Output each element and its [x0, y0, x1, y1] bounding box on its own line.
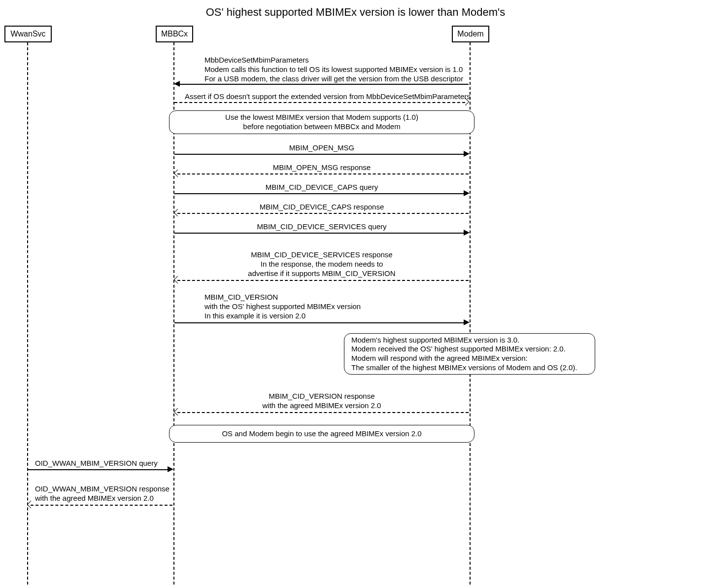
- diagram-title: OS' highest supported MBIMEx version is …: [0, 6, 711, 19]
- arrow-m6: [177, 213, 469, 214]
- note-3: OS and Modem begin to use the agreed MBI…: [169, 425, 474, 443]
- label-m3: MBIM_OPEN_MSG: [174, 143, 469, 153]
- note-1: Use the lowest MBIMEx version that Modem…: [169, 110, 474, 134]
- arrowhead-m1: [174, 81, 180, 87]
- arrow-m9: [174, 322, 467, 323]
- label-m1: MbbDeviceSetMbimParameters Modem calls t…: [204, 56, 463, 83]
- arrowhead-m9: [464, 319, 470, 325]
- label-m4: MBIM_OPEN_MSG response: [174, 163, 469, 173]
- label-m5: MBIM_CID_DEVICE_CAPS query: [174, 183, 469, 192]
- label-m10: MBIM_CID_VERSION response with the agree…: [174, 392, 469, 411]
- label-m12: OID_WWAN_MBIM_VERSION response with the …: [35, 484, 169, 503]
- label-m8: MBIM_CID_DEVICE_SERVICES response In the…: [174, 250, 469, 278]
- arrow-m4: [177, 173, 469, 174]
- arrowhead-m5: [464, 190, 470, 196]
- actor-mbbcx: MBBCx: [156, 26, 193, 42]
- arrow-m3: [174, 154, 467, 155]
- label-m7: MBIM_CID_DEVICE_SERVICES query: [174, 222, 469, 232]
- arrow-m10: [177, 412, 469, 413]
- arrow-m7: [174, 233, 467, 234]
- label-m2: Assert if OS doesn't support the extende…: [185, 92, 471, 102]
- arrow-m8: [177, 280, 469, 281]
- arrowhead-m12: [27, 501, 35, 509]
- arrowhead-m7: [464, 230, 470, 236]
- arrowhead-m3: [464, 151, 470, 157]
- actor-wwansvc: WwanSvc: [4, 26, 52, 42]
- arrowhead-m11: [168, 466, 173, 472]
- arrow-m12: [31, 505, 172, 506]
- arrow-m5: [174, 193, 467, 194]
- label-m6: MBIM_CID_DEVICE_CAPS response: [174, 203, 469, 212]
- note-2: Modem's highest supported MBIMEx version…: [344, 333, 595, 375]
- label-m11: OID_WWAN_MBIM_VERSION query: [35, 459, 158, 468]
- arrow-m1: [176, 84, 469, 85]
- label-m9: MBIM_CID_VERSION with the OS' highest su…: [204, 293, 361, 320]
- actor-modem: Modem: [452, 26, 489, 42]
- arrow-m2: [174, 102, 465, 103]
- sequence-diagram: OS' highest supported MBIMEx version is …: [0, 0, 711, 588]
- arrow-m11: [28, 469, 171, 470]
